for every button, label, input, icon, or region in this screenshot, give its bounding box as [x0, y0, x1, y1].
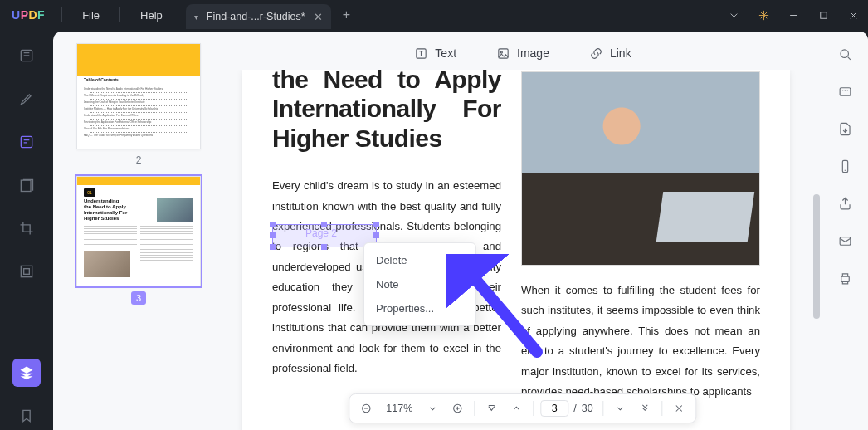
- window-close-icon[interactable]: [838, 0, 868, 30]
- thumbnail-page-3[interactable]: 01 Understanding the Need to Apply Inter…: [76, 176, 201, 286]
- svg-rect-12: [840, 88, 851, 96]
- svg-rect-2: [21, 136, 32, 147]
- mail-icon[interactable]: [837, 233, 853, 252]
- svg-rect-7: [499, 48, 508, 57]
- page-canvas[interactable]: the Need to Apply Internationally For Hi…: [242, 70, 790, 430]
- selection-label: Page 2: [305, 227, 337, 239]
- rail-layers-icon[interactable]: [12, 359, 41, 387]
- first-page-button[interactable]: [481, 398, 501, 418]
- svg-rect-14: [840, 237, 851, 246]
- thumb-heading: Understanding the Need to Apply Internat…: [84, 198, 151, 222]
- page-controls: 117% / 30: [349, 393, 696, 423]
- page-heading: the Need to Apply Internationally For Hi…: [272, 70, 501, 153]
- zoom-in-button[interactable]: [447, 398, 467, 418]
- last-page-button[interactable]: [636, 398, 656, 418]
- scrollbar-thumb[interactable]: [813, 194, 820, 319]
- left-rail: [0, 30, 53, 430]
- tool-link[interactable]: Link: [589, 46, 631, 61]
- svg-rect-4: [21, 266, 32, 276]
- context-menu: Delete Del Note Properties...: [363, 242, 476, 326]
- close-pager-button[interactable]: [670, 398, 690, 418]
- tool-image[interactable]: Image: [496, 46, 549, 61]
- menu-file[interactable]: File: [67, 9, 115, 22]
- titlebar: UPDF File Help ▾ Find-and-...r-Studies* …: [0, 0, 868, 30]
- page-column-right: When it comes to fulfilling the student …: [521, 70, 760, 430]
- workspace: Table of Contents Understanding the Need…: [53, 32, 868, 430]
- page-photo: [521, 71, 760, 266]
- rail-highlighter-icon[interactable]: [12, 85, 41, 113]
- link-icon: [589, 46, 603, 61]
- ai-sparkle-icon[interactable]: [749, 0, 778, 30]
- document-tab[interactable]: ▾ Find-and-...r-Studies* ✕: [186, 4, 331, 29]
- edit-toolbar: Text Image Link: [224, 37, 822, 70]
- print-icon[interactable]: [837, 271, 853, 290]
- chevron-down-icon[interactable]: [719, 0, 749, 30]
- share-icon[interactable]: [837, 196, 853, 215]
- rail-compress-icon[interactable]: [12, 257, 41, 286]
- vertical-scrollbar[interactable]: [813, 78, 820, 388]
- tab-pin-icon[interactable]: ▾: [194, 12, 198, 22]
- svg-rect-5: [24, 269, 30, 275]
- page-sep: /: [573, 403, 576, 414]
- add-tab-button[interactable]: +: [331, 7, 362, 22]
- thumb-label-3: 3: [131, 291, 146, 305]
- ctx-note[interactable]: Note: [364, 272, 475, 296]
- rail-edit-icon[interactable]: [12, 128, 41, 156]
- ocr-icon[interactable]: [837, 84, 853, 103]
- tool-text[interactable]: Text: [414, 46, 456, 61]
- page-total: 30: [582, 403, 597, 414]
- ctx-properties[interactable]: Properties...: [364, 296, 475, 320]
- window-minimize-icon[interactable]: [778, 0, 808, 30]
- main-area: Text Image Link the Need to Apply Intern…: [224, 32, 822, 430]
- window-maximize-icon[interactable]: [808, 0, 838, 30]
- next-page-button[interactable]: [611, 398, 631, 418]
- rail-organize-icon[interactable]: [12, 171, 41, 199]
- zoom-out-button[interactable]: [356, 398, 376, 418]
- ctx-delete[interactable]: Delete Del: [364, 248, 475, 272]
- zoom-value: 117%: [381, 403, 417, 414]
- export-file-icon[interactable]: [837, 121, 853, 140]
- svg-rect-15: [841, 276, 850, 281]
- svg-point-11: [841, 50, 849, 58]
- svg-point-8: [500, 51, 502, 53]
- rail-bookmark-icon[interactable]: [12, 402, 41, 430]
- tab-title: Find-and-...r-Studies*: [207, 11, 305, 22]
- search-icon[interactable]: [837, 46, 853, 66]
- page-body-right: When it comes to fulfilling the student …: [521, 281, 760, 403]
- page-input[interactable]: [540, 400, 568, 417]
- thumb-label-2: 2: [68, 154, 209, 166]
- app-logo: UPDF: [0, 8, 56, 22]
- image-icon: [496, 46, 510, 61]
- thumbnail-panel: Table of Contents Understanding the Need…: [53, 32, 224, 430]
- svg-rect-3: [21, 180, 31, 191]
- rail-crop-icon[interactable]: [12, 214, 41, 242]
- document-viewport[interactable]: the Need to Apply Internationally For Hi…: [224, 70, 822, 430]
- text-icon: [414, 46, 428, 61]
- zoom-dropdown-icon[interactable]: [422, 398, 442, 418]
- prev-page-button[interactable]: [506, 398, 526, 418]
- svg-rect-0: [820, 12, 827, 18]
- phone-icon[interactable]: [837, 159, 853, 178]
- menu-help[interactable]: Help: [125, 9, 178, 22]
- rail-reader-icon[interactable]: [12, 42, 41, 70]
- thumbnail-page-2[interactable]: Table of Contents Understanding the Need…: [76, 43, 201, 149]
- right-rail: [822, 32, 868, 430]
- tab-close-icon[interactable]: ✕: [314, 11, 323, 23]
- thumb-toc-title: Table of Contents: [84, 77, 193, 82]
